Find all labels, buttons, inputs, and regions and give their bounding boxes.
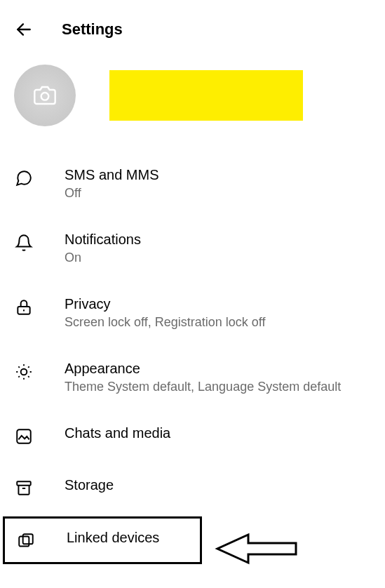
item-title: Privacy xyxy=(65,296,265,312)
settings-item-privacy[interactable]: Privacy Screen lock off, Registration lo… xyxy=(0,281,385,345)
item-title: SMS and MMS xyxy=(65,167,158,183)
settings-item-linked-devices[interactable]: Linked devices xyxy=(5,519,200,562)
item-title: Storage xyxy=(65,477,114,493)
item-subtitle: Off xyxy=(65,186,158,201)
bell-icon xyxy=(15,234,33,252)
camera-icon xyxy=(34,84,56,107)
svg-line-8 xyxy=(28,376,29,377)
profile-section xyxy=(0,53,385,152)
item-title: Notifications xyxy=(65,232,141,248)
svg-rect-16 xyxy=(19,537,29,547)
item-subtitle: Theme System default, Language System de… xyxy=(65,380,341,394)
item-title: Appearance xyxy=(65,361,341,377)
devices-icon xyxy=(17,532,35,550)
highlight-annotation: Linked devices xyxy=(3,516,202,564)
settings-item-sms[interactable]: SMS and MMS Off xyxy=(0,152,385,216)
svg-line-11 xyxy=(18,376,20,377)
page-title: Settings xyxy=(62,20,123,39)
settings-item-notifications[interactable]: Notifications On xyxy=(0,216,385,281)
item-subtitle: Screen lock off, Registration lock off xyxy=(65,315,265,330)
profile-name-redacted xyxy=(109,70,303,121)
svg-point-4 xyxy=(21,369,27,375)
sun-icon xyxy=(15,363,33,381)
svg-rect-17 xyxy=(23,534,33,544)
avatar-button[interactable] xyxy=(14,65,76,126)
archive-box-icon xyxy=(15,479,33,497)
svg-point-1 xyxy=(41,93,49,100)
settings-item-appearance[interactable]: Appearance Theme System default, Languag… xyxy=(0,345,385,410)
chat-bubble-icon xyxy=(15,169,33,187)
arrow-annotation-icon xyxy=(213,532,297,566)
item-title: Linked devices xyxy=(67,530,159,546)
svg-line-12 xyxy=(28,366,29,368)
back-arrow-icon xyxy=(15,20,33,39)
svg-line-7 xyxy=(18,366,20,368)
lock-icon xyxy=(15,298,33,316)
settings-item-chats[interactable]: Chats and media xyxy=(0,410,385,462)
back-button[interactable] xyxy=(14,20,34,39)
svg-rect-14 xyxy=(17,481,31,485)
settings-item-storage[interactable]: Storage xyxy=(0,462,385,514)
item-title: Chats and media xyxy=(65,425,170,441)
image-icon xyxy=(15,427,33,446)
header: Settings xyxy=(0,0,385,53)
item-subtitle: On xyxy=(65,250,141,265)
settings-list: SMS and MMS Off Notifications On Privacy… xyxy=(0,152,385,567)
svg-rect-13 xyxy=(17,429,31,443)
